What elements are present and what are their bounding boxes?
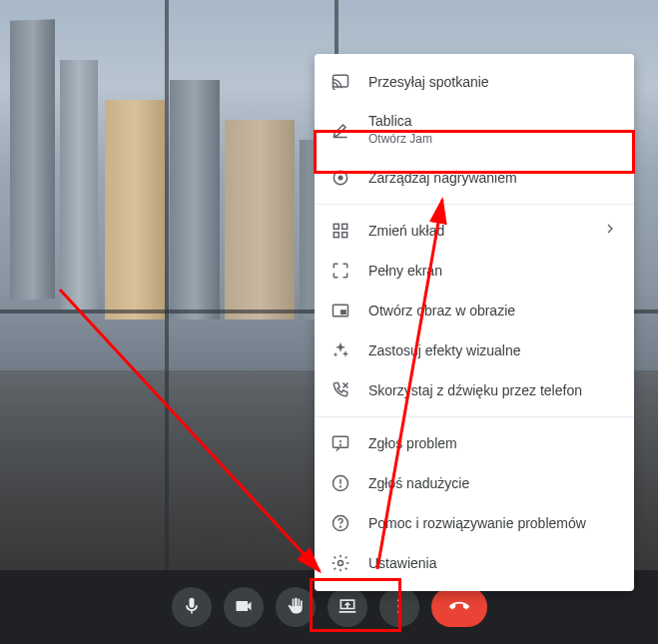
svg-point-14 — [340, 444, 341, 445]
menu-item-label: Skorzystaj z dźwięku przez telefon — [368, 381, 618, 399]
more-options-button[interactable] — [379, 587, 419, 627]
menu-item-whiteboard[interactable]: Tablica Otwórz Jam — [315, 102, 634, 158]
cast-icon — [330, 72, 350, 92]
phone-audio-icon — [330, 380, 350, 400]
svg-point-19 — [340, 526, 341, 527]
menu-item-fullscreen[interactable]: Pełny ekran — [315, 251, 634, 291]
menu-item-cast[interactable]: Przesyłaj spotkanie — [315, 62, 634, 102]
menu-item-label: Przesyłaj spotkanie — [368, 73, 618, 91]
menu-item-report-abuse[interactable]: Zgłoś nadużycie — [315, 463, 634, 503]
end-call-button[interactable] — [431, 587, 487, 627]
camera-icon — [234, 596, 254, 619]
fullscreen-icon — [330, 261, 350, 281]
menu-item-label: Zgłoś nadużycie — [368, 474, 618, 492]
raise-hand-button[interactable] — [276, 587, 316, 627]
feedback-icon — [330, 433, 350, 453]
menu-item-label: Tablica — [368, 112, 618, 130]
svg-point-1 — [397, 604, 400, 607]
help-icon — [330, 513, 350, 533]
svg-rect-6 — [333, 224, 338, 229]
alert-icon — [330, 473, 350, 493]
menu-item-label: Pomoc i rozwiązywanie problemów — [368, 514, 618, 532]
menu-item-label: Zgłoś problem — [368, 434, 618, 452]
svg-rect-11 — [340, 310, 346, 315]
svg-rect-7 — [342, 224, 347, 229]
menu-item-label: Otwórz obraz w obrazie — [368, 302, 618, 320]
menu-item-label: Zastosuj efekty wizualne — [368, 341, 618, 359]
menu-separator — [315, 204, 634, 205]
menu-item-label: Zmień układ — [368, 222, 584, 240]
mic-icon — [182, 596, 202, 619]
svg-point-0 — [397, 598, 400, 601]
hand-icon — [286, 596, 306, 619]
more-vertical-icon — [389, 596, 409, 619]
mic-button[interactable] — [172, 587, 212, 627]
layout-icon — [330, 221, 350, 241]
menu-item-effects[interactable]: Zastosuj efekty wizualne — [315, 330, 634, 370]
menu-item-settings[interactable]: Ustawienia — [315, 543, 634, 583]
menu-item-phone-audio[interactable]: Skorzystaj z dźwięku przez telefon — [315, 370, 634, 410]
menu-item-label: Ustawienia — [368, 554, 618, 572]
pen-icon — [330, 120, 350, 140]
svg-point-20 — [338, 560, 343, 565]
svg-point-17 — [340, 486, 341, 487]
svg-rect-9 — [342, 232, 347, 237]
svg-point-5 — [338, 175, 343, 180]
menu-item-help[interactable]: Pomoc i rozwiązywanie problemów — [315, 503, 634, 543]
chevron-right-icon — [602, 221, 618, 240]
sparkle-icon — [330, 340, 350, 360]
svg-rect-8 — [333, 232, 338, 237]
menu-separator — [315, 416, 634, 417]
gear-icon — [330, 553, 350, 573]
menu-item-label: Pełny ekran — [368, 262, 618, 280]
menu-item-pip[interactable]: Otwórz obraz w obrazie — [315, 291, 634, 330]
menu-item-sublabel: Otwórz Jam — [368, 132, 618, 148]
present-icon — [337, 596, 357, 619]
svg-point-2 — [397, 610, 400, 613]
camera-button[interactable] — [224, 587, 264, 627]
menu-item-report-problem[interactable]: Zgłoś problem — [315, 423, 634, 463]
present-button[interactable] — [328, 587, 367, 627]
menu-item-recording[interactable]: Zarządzaj nagrywaniem — [315, 158, 634, 198]
record-icon — [330, 168, 350, 188]
more-options-menu: Przesyłaj spotkanie Tablica Otwórz Jam Z… — [315, 54, 634, 591]
pip-icon — [330, 301, 350, 321]
menu-item-label: Zarządzaj nagrywaniem — [368, 169, 618, 187]
menu-item-layout[interactable]: Zmień układ — [315, 211, 634, 251]
end-call-icon — [449, 596, 469, 619]
